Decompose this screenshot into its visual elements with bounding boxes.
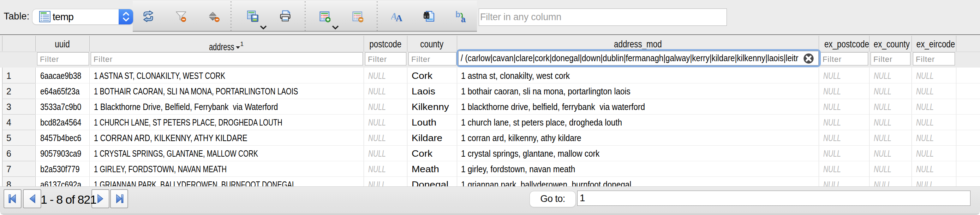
svg-text:b: b — [456, 11, 460, 19]
svg-text:A: A — [396, 13, 402, 22]
